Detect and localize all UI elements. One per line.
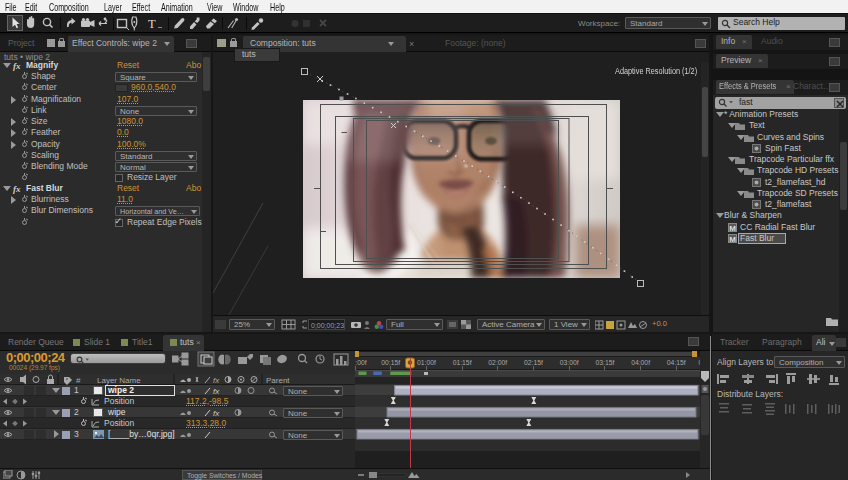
svg-text:02:00f: 02:00f bbox=[488, 359, 507, 366]
svg-text:04:00f: 04:00f bbox=[631, 359, 650, 366]
svg-text:fx: fx bbox=[213, 387, 220, 396]
svg-text:Layer Name: Layer Name bbox=[97, 376, 141, 385]
svg-text:00:15f: 00:15f bbox=[381, 359, 400, 366]
svg-text:03:15f: 03:15f bbox=[595, 359, 614, 366]
svg-text:M: M bbox=[729, 223, 736, 232]
svg-text:Parent: Parent bbox=[266, 376, 290, 385]
svg-text:02:15f: 02:15f bbox=[524, 359, 543, 366]
svg-text:M: M bbox=[729, 234, 736, 243]
svg-text:04:15f: 04:15f bbox=[667, 359, 686, 366]
svg-text:01:15f: 01:15f bbox=[453, 359, 472, 366]
svg-text:fx: fx bbox=[213, 409, 220, 418]
svg-text:01:00f: 01:00f bbox=[417, 359, 436, 366]
svg-text:fx: fx bbox=[213, 376, 220, 385]
svg-text::00f: :00f bbox=[355, 359, 366, 366]
svg-text:#: # bbox=[76, 376, 81, 385]
svg-text:03:00f: 03:00f bbox=[560, 359, 579, 366]
svg-text:T: T bbox=[148, 17, 156, 31]
